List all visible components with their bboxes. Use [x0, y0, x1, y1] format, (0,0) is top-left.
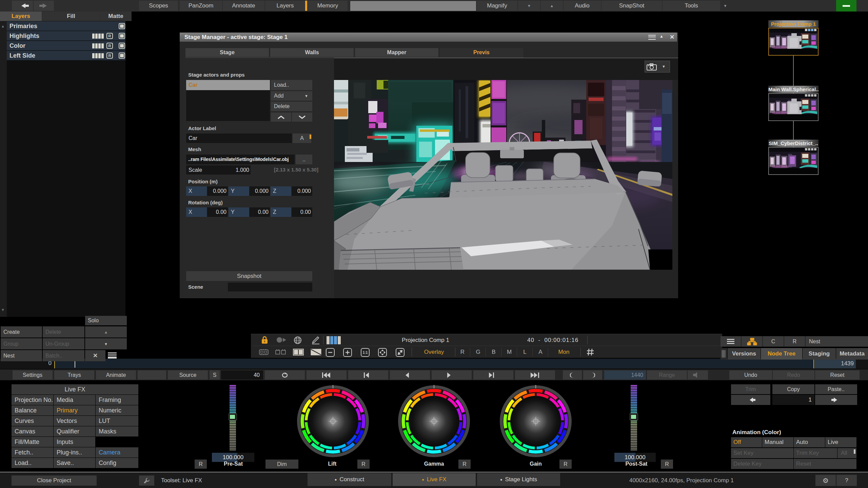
svg-text:1:1: 1:1 — [363, 351, 368, 354]
